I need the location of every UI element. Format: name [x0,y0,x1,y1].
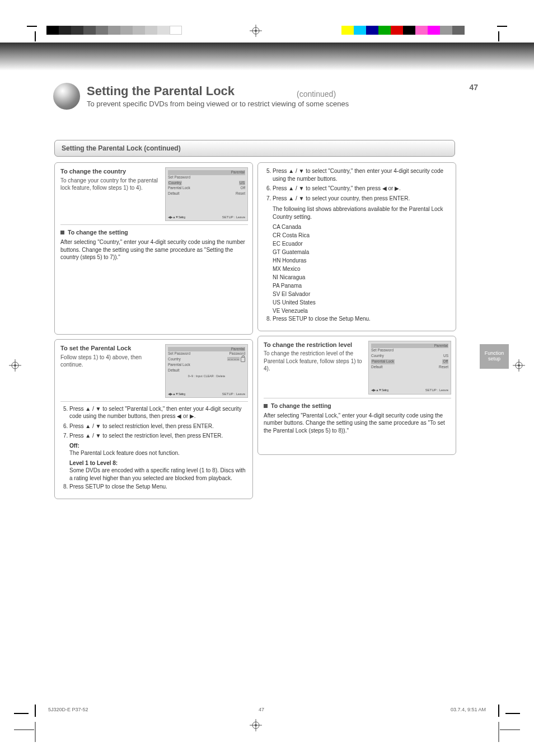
square-bullet-icon [264,404,268,408]
crop-mark [35,722,36,742]
step-list: Press ▲ / ▼ to select "Country," then en… [264,167,451,202]
osd-row-label: Default [168,368,180,373]
list-item: Press SETUP to close the Setup Menu. [69,483,248,491]
crop-mark [500,729,520,730]
list-item: HN Honduras [273,256,451,265]
panel-heading: To change the country [60,167,162,176]
list-item: US United States [273,298,451,307]
note-title: To change the setting [68,229,128,236]
osd-row-label: Country [168,181,182,186]
grayscale-swatches [46,26,182,35]
osd-screenshot: Parental Set Password CountryUS Parental… [368,341,451,395]
section-tab: Function setup [480,344,509,369]
osd-row-label: Set Password [371,348,394,353]
osd-row-label: Set Password [168,175,190,180]
list-item: Press SETUP to close the Setup Menu. [273,315,451,323]
registration-mark-icon [250,719,262,731]
osd-row-label: Default [371,365,383,370]
osd-row-value: US [239,181,245,186]
panel-subtext: Follow steps 1) to 4) above, then contin… [60,354,162,369]
crop-mark [14,729,34,730]
list-item: CR Costa Rica [273,231,451,240]
osd-nav-left: ◀▶▲▼ Setting [168,392,185,396]
page-subtitle: To prevent specific DVDs from being view… [87,100,349,108]
square-bullet-icon [60,231,64,234]
osd-row-value: Off [442,359,448,364]
crop-mark [35,705,36,717]
osd-password-field: – – – – [227,357,245,362]
osd-row-label: Country [371,354,384,359]
section-heading-bar: Setting the Parental Lock (continued) [54,140,455,157]
panel-change-country: To change the country To change your cou… [54,162,253,335]
osd-nav-left: ◀▶▲▼ Setting [168,215,185,219]
sphere-icon [53,83,80,110]
osd-status-line: 0~9 : Input CLEAR : Delete [168,374,245,378]
panel-country-steps: Press ▲ / ▼ to select "Country," then en… [257,162,456,331]
off-text: The Parental Lock feature does not funct… [69,449,248,457]
osd-title: Parental [168,170,245,175]
step-list: Press SETUP to close the Setup Menu. [60,483,248,491]
list-item: GT Guatemala [273,248,451,256]
panel-heading: To change the restriction level [264,341,365,349]
registration-mark-icon [250,25,262,37]
crop-mark [505,713,520,714]
footer-doc-tag: 5J320D-E P37-52 [48,707,88,712]
lock-icon [241,357,245,362]
level-text: Some DVDs are encoded with a specific ra… [69,467,248,482]
list-item: VE Venezuela [273,307,451,315]
list-item: Press ▲ / ▼ to select the restriction le… [69,432,248,440]
panel-change-restriction: To change the restriction level To chang… [257,336,456,456]
panel-set-parental-lock: To set the Parental Lock Follow steps 1)… [54,339,253,499]
list-item: CA Canada [273,223,451,231]
list-item: Press ▲ / ▼ to select restriction level,… [69,422,248,430]
list-item: SV El Salvador [273,290,451,298]
crop-mark [35,31,36,41]
osd-screenshot: Parental Set Password CountryUS Parental… [165,167,248,221]
panel-subtext: To change the restriction level of the P… [264,350,365,373]
osd-nav-right: SETUP : Leave [222,392,245,396]
panel-subtext: To change your country for the parental … [60,177,162,192]
osd-nav-right: SETUP : Leave [222,215,245,219]
osd-row-value: US [443,354,448,359]
crop-mark [498,31,499,41]
osd-nav-right: SETUP : Leave [425,388,448,392]
osd-row-value: Off [240,186,245,191]
footer-date: 03.7.4, 9:51 AM [451,707,486,712]
crop-mark [497,26,507,27]
osd-row-label: Default [168,191,180,196]
list-item: Press ▲ / ▼ to select "Parental Lock," t… [69,405,248,420]
panel-heading: To set the Parental Lock [60,344,162,353]
step-list: Press ▲ / ▼ to select "Parental Lock," t… [60,405,248,440]
page-title: Setting the Parental Lock [87,84,235,98]
list-item: Press ▲ / ▼ to select "Country," then en… [273,167,451,182]
crop-mark [498,705,499,717]
list-item: PA Panama [273,281,451,290]
crop-mark [27,26,37,27]
color-swatches [341,26,465,35]
section-heading-text: Setting the Parental Lock (continued) [62,144,181,152]
list-item: Press ▲ / ▼ to select your country, then… [273,195,451,203]
note-body: After selecting "Country," enter your 4-… [60,238,248,261]
osd-row-value: Reset [439,365,448,370]
list-item: Press ▲ / ▼ to select "Country," then pr… [273,185,451,192]
country-list: CA Canada CR Costa Rica EC Ecuador GT Gu… [273,223,451,315]
footer-page-number: 47 [259,707,264,712]
osd-nav-left: ◀▶▲▼ Setting [371,388,388,392]
osd-row-label: Parental Lock [168,186,190,191]
header-gradient [0,43,534,71]
country-list-intro: The following list shows abbreviations a… [273,205,451,220]
continued-label: (continued) [297,90,336,98]
osd-row-label: Country [168,357,181,362]
list-item: NI Nicaragua [273,273,451,281]
registration-mark-icon [513,359,525,372]
step-list: Press SETUP to close the Setup Menu. [264,315,451,323]
page-number: 47 [469,83,478,92]
off-label: Off: [69,443,79,449]
osd-title: Parental [168,347,245,352]
osd-title: Parental [371,344,448,349]
osd-row-label: Parental Lock [371,359,395,364]
osd-row-label: Parental Lock [168,363,190,368]
crop-mark [14,713,29,714]
list-item: EC Ecuador [273,240,451,248]
level-label: Level 1 to Level 8: [69,460,118,466]
